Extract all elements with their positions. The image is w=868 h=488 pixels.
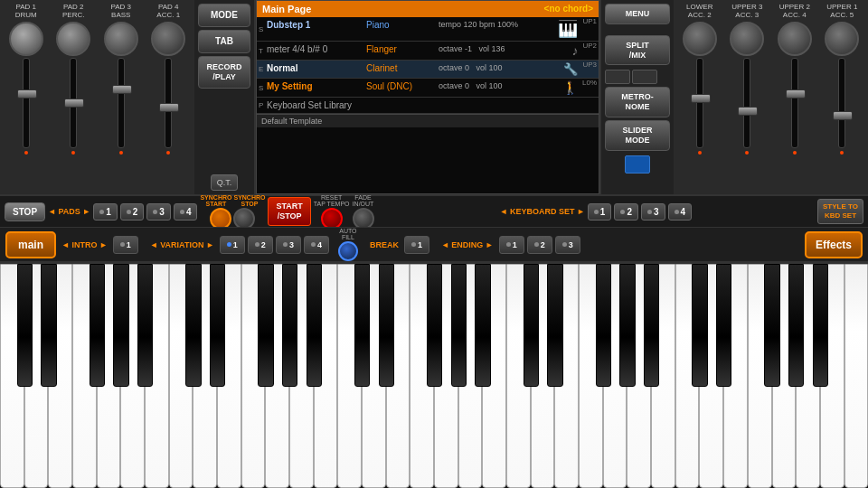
fader-track-bass[interactable] <box>118 58 125 148</box>
pad-button-acc4[interactable] <box>778 22 812 56</box>
black-key-2-6[interactable] <box>475 264 490 387</box>
fader-thumb-acc5[interactable] <box>833 111 853 120</box>
pad-num-4[interactable]: 4 <box>174 203 198 221</box>
song-row-3[interactable]: S My Setting Soul (DNC) octave 0 vol 100… <box>257 79 599 98</box>
qt-button[interactable]: Q.T. <box>211 174 239 191</box>
intro-btn-1[interactable]: 1 <box>113 236 138 254</box>
black-key-2-2[interactable] <box>379 264 394 387</box>
black-key-1-1[interactable] <box>185 264 201 387</box>
pad-button-acc1[interactable] <box>151 22 185 56</box>
fader-acc3 <box>743 58 750 191</box>
kbd-num-2[interactable]: 2 <box>614 203 638 221</box>
fader-thumb-bass[interactable] <box>112 85 132 94</box>
black-key-2-5[interactable] <box>451 264 467 387</box>
variation-btn-1[interactable]: 1 <box>220 236 245 254</box>
fader-thumb-acc3[interactable] <box>738 107 758 116</box>
black-key-0-4[interactable] <box>90 264 105 387</box>
ending-btn-1[interactable]: 1 <box>499 236 524 254</box>
pad-col-drum: PAD 1DRUM <box>4 4 49 191</box>
variation-btn-3[interactable]: 3 <box>276 236 301 254</box>
kbd-num-1[interactable]: 1 <box>588 203 612 221</box>
black-key-4-6[interactable] <box>813 264 828 387</box>
split-mix-button[interactable]: SPLIT/MIX <box>605 35 670 66</box>
black-key-3-2[interactable] <box>547 264 562 387</box>
black-key-0-6[interactable] <box>137 264 153 387</box>
black-key-4-5[interactable] <box>788 264 804 387</box>
kbd-num-4[interactable]: 4 <box>668 203 693 221</box>
mode-tab-record-panel: MODE TAB RECORD/PLAY Q.T. <box>194 0 256 194</box>
fader-thumb-acc4[interactable] <box>786 89 806 99</box>
black-key-2-1[interactable] <box>354 264 370 387</box>
synchro-stop-label: SYNCHROSTOP <box>233 194 265 207</box>
menu-button[interactable]: MENU <box>605 4 670 24</box>
fader-track-acc5[interactable] <box>838 58 845 148</box>
pad-button-acc3[interactable] <box>730 22 764 56</box>
song-row-4[interactable]: P Keyboard Set Library <box>257 98 599 114</box>
auto-fill-button[interactable] <box>338 241 358 261</box>
reset-button[interactable] <box>321 208 343 230</box>
fader-track-drum[interactable] <box>23 58 30 148</box>
black-key-2-4[interactable] <box>427 264 442 387</box>
black-key-3-1[interactable] <box>524 264 539 387</box>
black-key-3-6[interactable] <box>644 264 659 387</box>
row-tag-3: L0% <box>582 79 599 97</box>
black-key-4-1[interactable] <box>692 264 707 387</box>
black-key-3-4[interactable] <box>596 264 611 387</box>
black-key-4-4[interactable] <box>764 264 779 387</box>
ending-btn-3[interactable]: 3 <box>555 236 580 254</box>
black-key-4-2[interactable] <box>716 264 731 387</box>
fader-thumb-acc1[interactable] <box>159 103 179 112</box>
song-row-0[interactable]: S Dubstep 1 Piano tempo 120 bpm 100% 🎹 U… <box>257 17 599 42</box>
song-info-1: octave -1 vol 136 <box>434 42 567 60</box>
style-to-kbd-button[interactable]: STYLE TOKBD SET <box>817 199 863 223</box>
mode-button[interactable]: MODE <box>198 4 250 27</box>
kbd-num-3[interactable]: 3 <box>641 203 665 221</box>
black-key-1-6[interactable] <box>307 264 322 387</box>
black-key-0-2[interactable] <box>41 264 56 387</box>
song-name-2: Normal <box>262 61 362 78</box>
fader-track-perc[interactable] <box>70 58 77 148</box>
row-tag-1: UP2 <box>582 42 599 60</box>
black-key-1-5[interactable] <box>282 264 297 387</box>
black-key-0-1[interactable] <box>17 264 33 387</box>
pad-button-drum[interactable] <box>9 22 43 56</box>
song-footer: Default Template <box>257 114 599 127</box>
black-key-1-2[interactable] <box>210 264 225 387</box>
fader-track-acc2[interactable] <box>696 58 703 148</box>
fader-track-acc4[interactable] <box>791 58 798 148</box>
stop-button[interactable]: STOP <box>5 202 45 221</box>
synchro-stop-button[interactable] <box>233 208 255 230</box>
variation-btn-4[interactable]: 4 <box>304 236 329 254</box>
song-row-2[interactable]: E Normal Clarinet octave 0 vol 100 🔧 UP3 <box>257 61 599 79</box>
slider-mode-button[interactable]: SLIDERMODE <box>605 120 670 151</box>
song-row-1[interactable]: T meter 4/4 b/# 0 Flanger octave -1 vol … <box>257 42 599 61</box>
fader-track-acc3[interactable] <box>743 58 750 148</box>
pad-button-acc5[interactable] <box>825 22 859 56</box>
pad-num-2[interactable]: 2 <box>120 203 145 221</box>
start-stop-button[interactable]: START/STOP <box>268 197 310 226</box>
variation-btn-2[interactable]: 2 <box>248 236 273 254</box>
ending-btn-2[interactable]: 2 <box>527 236 552 254</box>
white-key-35[interactable] <box>844 264 868 488</box>
tab-button[interactable]: TAB <box>198 30 250 53</box>
synchro-start-button[interactable] <box>210 208 231 230</box>
piano-keyboard[interactable] <box>0 261 868 488</box>
pad-button-perc[interactable] <box>56 22 90 56</box>
pad-button-acc2[interactable] <box>683 22 717 56</box>
fader-track-acc1[interactable] <box>165 58 172 148</box>
black-key-0-5[interactable] <box>113 264 128 387</box>
fader-thumb-drum[interactable] <box>17 89 37 99</box>
pad-button-bass[interactable] <box>104 22 138 56</box>
break-btn-1[interactable]: 1 <box>404 236 429 254</box>
black-key-1-4[interactable] <box>258 264 273 387</box>
main-button[interactable]: main <box>5 231 56 258</box>
metronome-button[interactable]: METRO-NOME <box>605 87 670 117</box>
pad-num-1[interactable]: 1 <box>93 203 118 221</box>
fade-button[interactable] <box>353 208 374 230</box>
effects-button[interactable]: Effects <box>805 231 863 258</box>
fader-thumb-perc[interactable] <box>64 99 84 108</box>
record-play-button[interactable]: RECORD/PLAY <box>198 56 250 89</box>
black-key-3-5[interactable] <box>619 264 635 387</box>
pad-num-3[interactable]: 3 <box>146 203 171 221</box>
fader-thumb-acc2[interactable] <box>691 94 711 103</box>
